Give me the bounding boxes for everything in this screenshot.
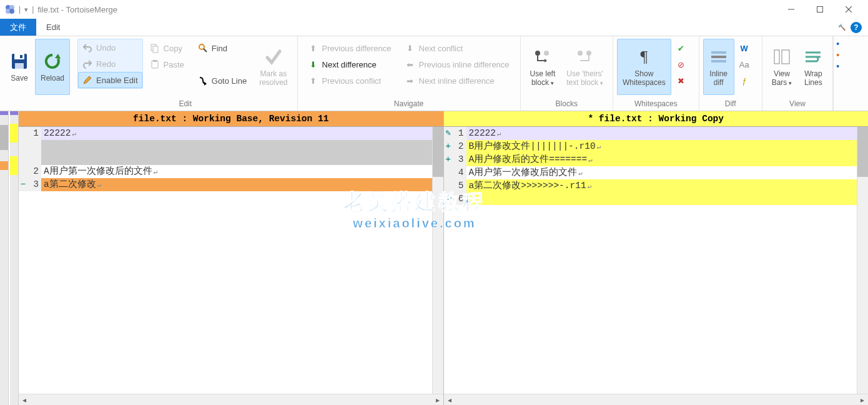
chevron-down-icon: ▾ [600,80,603,86]
diff-option-3-button[interactable]: ƒ [737,72,756,89]
svg-rect-13 [153,46,158,52]
left-hscrollbar[interactable]: ◂▸ [19,394,443,405]
code-line[interactable]: 122222↵ [19,127,432,140]
pilcrow-icon: ¶ [634,47,654,67]
arrow-right-icon: ➡ [405,76,415,86]
svg-point-20 [578,51,583,56]
use-theirs-block-button[interactable]: Use 'theirs' text block▾ [561,39,609,95]
svg-rect-11 [20,55,22,58]
svg-rect-26 [782,50,789,64]
chevron-down-icon: ▾ [551,80,554,86]
goto-line-button[interactable]: Goto Line [194,72,251,89]
enable-edit-button[interactable]: Enable Edit [78,72,142,88]
green-check-icon: ✔ [676,43,686,53]
checkmark-icon [264,47,284,67]
ignore-whitespace-button[interactable]: ⊘ [674,56,693,72]
red-x-icon: ✖ [676,76,686,86]
arrow-up-icon: ⬆ [308,43,318,53]
code-line[interactable]: 2A用户第一次修改后的文件↵ [19,165,432,178]
group-label-blocks: Blocks [525,98,609,111]
inline-diff-icon [709,47,729,67]
reload-icon [42,51,62,71]
prev-diff-button[interactable]: ⬆Previous difference [304,40,396,56]
prev-conflict-button[interactable]: ⬆Previous conflict [304,72,396,89]
menu-edit[interactable]: Edit [36,19,70,36]
svg-line-17 [204,49,207,52]
diff-option-1-button[interactable]: W [737,40,756,56]
arrow-left-icon: ⬅ [405,59,415,69]
right-content[interactable]: ✎122222↵+2B用户修改文件|||||||-.r10↵+3A用户修改后的文… [444,127,857,394]
ignore-all-whitespace-button[interactable]: ✖ [674,72,693,89]
left-content[interactable]: 122222↵ 2A用户第一次修改后的文件↵−3a第二次修改↵ [19,127,432,394]
next-diff-button[interactable]: ⬇Next difference [304,56,396,72]
svg-rect-10 [15,63,24,69]
arrow-down-green-icon: ⬇ [308,59,318,69]
show-whitespaces-button[interactable]: ¶ Show Whitespaces [617,39,671,95]
code-line[interactable]: 4A用户第一次修改后的文件↵ [444,166,857,179]
menu-file[interactable]: 文件 [0,19,36,36]
w-blue-icon: W [739,43,749,53]
code-line[interactable]: 5a第二次修改>>>>>>>-.r11↵ [444,179,857,192]
svg-point-16 [199,44,204,49]
diff-option-2-button[interactable]: Aa [737,56,756,72]
code-line[interactable]: −3a第二次修改↵ [19,178,432,191]
find-button[interactable]: Find [194,40,251,56]
window-maximize-button[interactable] [806,0,834,19]
save-button[interactable]: Save [4,39,35,95]
app-icon [5,4,15,14]
svg-rect-9 [14,54,24,59]
view-bars-icon [772,47,792,67]
left-minimap-a[interactable] [0,111,9,405]
svg-rect-22 [711,51,726,54]
left-pane: file.txt : Working Base, Revision 11 122… [19,111,444,405]
next-conflict-button[interactable]: ⬇Next conflict [401,40,514,56]
case-icon: Aa [739,59,749,69]
title-appname: TortoiseMerge [66,5,117,14]
code-line[interactable]: +6 [444,192,857,205]
chevron-down-icon: ▾ [789,80,792,86]
redo-icon [82,59,92,69]
svg-rect-25 [774,50,779,64]
left-minimap-b[interactable] [10,111,19,405]
ribbon-overflow[interactable]: • • • [833,36,842,111]
window-minimize-button[interactable] [777,0,806,19]
wrap-lines-button[interactable]: Wrap Lines [797,39,829,95]
inline-diff-button[interactable]: Inline diff [703,39,734,95]
view-bars-button[interactable]: View Bars▾ [766,39,798,95]
svg-rect-24 [711,60,726,62]
filter-icon: ƒ [739,76,749,86]
use-left-block-button[interactable]: Use left block▾ [525,39,561,95]
redo-button[interactable]: Redo [78,56,142,72]
right-pane-title: * file.txt : Working Copy [444,111,869,127]
undo-button[interactable]: Undo [78,39,142,56]
code-line[interactable]: +3A用户修改后的文件=======↵ [444,153,857,166]
svg-point-19 [544,51,549,56]
title-document: file.txt [37,5,59,14]
svg-point-18 [535,51,540,56]
code-line[interactable] [19,140,432,165]
reload-button[interactable]: Reload [35,39,70,95]
left-pane-title: file.txt : Working Base, Revision 11 [19,111,443,127]
next-inline-button[interactable]: ➡Next inline difference [401,72,514,89]
mark-resolved-button[interactable]: Mark as resolved [254,39,293,95]
window-close-button[interactable] [834,0,863,19]
code-line[interactable]: ✎122222↵ [444,127,857,140]
code-line[interactable]: +2B用户修改文件|||||||-.r10↵ [444,140,857,153]
ribbon: Save Reload Undo Redo [0,36,868,111]
left-vscrollbar[interactable] [432,127,443,394]
red-circle-icon: ⊘ [676,59,686,69]
right-vscrollbar[interactable] [857,127,868,394]
copy-button[interactable]: Copy [145,40,189,56]
prev-inline-button[interactable]: ⬅Previous inline difference [401,56,514,72]
collapse-ribbon-icon[interactable]: 🔨 [838,24,846,31]
paste-button[interactable]: Paste [145,56,189,72]
compare-whitespace-button[interactable]: ✔ [674,40,693,56]
goto-icon [198,76,208,86]
right-hscrollbar[interactable]: ◂▸ [444,394,869,405]
diff-workarea: file.txt : Working Base, Revision 11 122… [0,111,868,405]
wrap-icon [803,47,823,67]
paste-icon [150,59,160,69]
help-icon[interactable]: ? [851,22,862,33]
search-icon [198,43,208,53]
menubar: 文件 Edit 🔨 ? [0,19,868,36]
